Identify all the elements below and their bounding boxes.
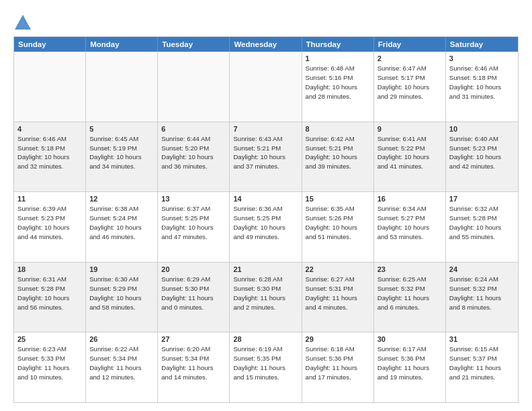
day-cell-23: 23Sunrise: 6:25 AMSunset: 5:32 PMDayligh… [374, 263, 446, 332]
day-number: 22 [306, 265, 370, 273]
week-row-2: 4Sunrise: 6:46 AMSunset: 5:18 PMDaylight… [14, 122, 518, 192]
day-number: 26 [89, 335, 154, 343]
day-cell-16: 16Sunrise: 6:34 AMSunset: 5:27 PMDayligh… [374, 192, 446, 262]
day-info: Sunrise: 6:38 AMSunset: 5:24 PMDaylight:… [89, 204, 154, 242]
day-cell-22: 22Sunrise: 6:27 AMSunset: 5:31 PMDayligh… [302, 263, 374, 332]
day-cell-3: 3Sunrise: 6:46 AMSunset: 5:18 PMDaylight… [446, 52, 518, 122]
day-info: Sunrise: 6:34 AMSunset: 5:27 PMDaylight:… [378, 204, 442, 242]
day-number: 24 [449, 265, 515, 273]
day-cell-8: 8Sunrise: 6:42 AMSunset: 5:21 PMDaylight… [302, 122, 374, 192]
day-cell-26: 26Sunrise: 6:22 AMSunset: 5:34 PMDayligh… [86, 332, 158, 402]
header-day-monday: Monday [86, 37, 158, 52]
day-cell-10: 10Sunrise: 6:40 AMSunset: 5:23 PMDayligh… [446, 122, 518, 192]
day-info: Sunrise: 6:43 AMSunset: 5:21 PMDaylight:… [233, 134, 298, 172]
day-info: Sunrise: 6:39 AMSunset: 5:23 PMDaylight:… [17, 204, 82, 242]
day-number: 20 [161, 265, 226, 273]
day-number: 5 [89, 125, 154, 133]
day-number: 4 [17, 125, 82, 133]
day-info: Sunrise: 6:20 AMSunset: 5:34 PMDaylight:… [161, 345, 226, 382]
day-number: 10 [449, 125, 515, 133]
day-number: 12 [89, 195, 154, 203]
day-cell-15: 15Sunrise: 6:35 AMSunset: 5:26 PMDayligh… [302, 192, 374, 262]
calendar-body: 1Sunrise: 6:48 AMSunset: 5:16 PMDaylight… [14, 52, 518, 402]
week-row-5: 25Sunrise: 6:23 AMSunset: 5:33 PMDayligh… [14, 332, 518, 402]
day-number: 29 [306, 335, 370, 343]
week-row-4: 18Sunrise: 6:31 AMSunset: 5:28 PMDayligh… [14, 262, 518, 332]
day-number: 21 [233, 265, 298, 273]
day-info: Sunrise: 6:40 AMSunset: 5:23 PMDaylight:… [449, 134, 515, 172]
calendar: SundayMondayTuesdayWednesdayThursdayFrid… [13, 36, 519, 403]
day-info: Sunrise: 6:48 AMSunset: 5:16 PMDaylight:… [306, 64, 370, 101]
day-cell-6: 6Sunrise: 6:44 AMSunset: 5:20 PMDaylight… [158, 122, 230, 192]
day-cell-25: 25Sunrise: 6:23 AMSunset: 5:33 PMDayligh… [14, 332, 86, 402]
day-cell-7: 7Sunrise: 6:43 AMSunset: 5:21 PMDaylight… [230, 122, 302, 192]
day-info: Sunrise: 6:32 AMSunset: 5:28 PMDaylight:… [449, 204, 515, 242]
day-cell-1: 1Sunrise: 6:48 AMSunset: 5:16 PMDaylight… [302, 52, 374, 122]
day-info: Sunrise: 6:23 AMSunset: 5:33 PMDaylight:… [17, 345, 82, 382]
day-cell-2: 2Sunrise: 6:47 AMSunset: 5:17 PMDaylight… [374, 52, 446, 122]
day-info: Sunrise: 6:25 AMSunset: 5:32 PMDaylight:… [378, 275, 442, 312]
day-info: Sunrise: 6:46 AMSunset: 5:18 PMDaylight:… [449, 64, 515, 101]
day-info: Sunrise: 6:27 AMSunset: 5:31 PMDaylight:… [306, 275, 370, 312]
day-number: 7 [233, 125, 298, 133]
header-day-sunday: Sunday [14, 37, 86, 52]
empty-cell [86, 52, 158, 122]
day-number: 9 [378, 125, 442, 133]
day-number: 16 [378, 195, 442, 203]
day-number: 3 [449, 54, 515, 62]
day-info: Sunrise: 6:46 AMSunset: 5:18 PMDaylight:… [17, 134, 82, 172]
day-number: 11 [17, 195, 82, 203]
day-cell-14: 14Sunrise: 6:36 AMSunset: 5:25 PMDayligh… [230, 192, 302, 262]
day-cell-13: 13Sunrise: 6:37 AMSunset: 5:25 PMDayligh… [158, 192, 230, 262]
day-number: 17 [449, 195, 515, 203]
day-info: Sunrise: 6:15 AMSunset: 5:37 PMDaylight:… [449, 345, 515, 382]
day-number: 23 [378, 265, 442, 273]
day-number: 2 [378, 54, 442, 62]
day-cell-30: 30Sunrise: 6:17 AMSunset: 5:36 PMDayligh… [374, 332, 446, 402]
day-number: 6 [161, 125, 226, 133]
empty-cell [230, 52, 302, 122]
day-cell-9: 9Sunrise: 6:41 AMSunset: 5:22 PMDaylight… [374, 122, 446, 192]
day-cell-5: 5Sunrise: 6:45 AMSunset: 5:19 PMDaylight… [86, 122, 158, 192]
day-number: 28 [233, 335, 298, 343]
week-row-1: 1Sunrise: 6:48 AMSunset: 5:16 PMDaylight… [14, 52, 518, 122]
day-number: 13 [161, 195, 226, 203]
header-day-saturday: Saturday [446, 37, 518, 52]
day-cell-11: 11Sunrise: 6:39 AMSunset: 5:23 PMDayligh… [14, 192, 86, 262]
header-day-tuesday: Tuesday [158, 37, 230, 52]
day-number: 8 [306, 125, 370, 133]
day-cell-19: 19Sunrise: 6:30 AMSunset: 5:29 PMDayligh… [86, 263, 158, 332]
day-cell-29: 29Sunrise: 6:18 AMSunset: 5:36 PMDayligh… [302, 332, 374, 402]
day-info: Sunrise: 6:30 AMSunset: 5:29 PMDaylight:… [89, 275, 154, 312]
day-info: Sunrise: 6:44 AMSunset: 5:20 PMDaylight:… [161, 134, 226, 172]
page: SundayMondayTuesdayWednesdayThursdayFrid… [0, 0, 532, 411]
day-number: 15 [306, 195, 370, 203]
day-info: Sunrise: 6:35 AMSunset: 5:26 PMDaylight:… [306, 204, 370, 242]
day-info: Sunrise: 6:22 AMSunset: 5:34 PMDaylight:… [89, 345, 154, 382]
day-info: Sunrise: 6:36 AMSunset: 5:25 PMDaylight:… [233, 204, 298, 242]
day-number: 30 [378, 335, 442, 343]
day-cell-20: 20Sunrise: 6:29 AMSunset: 5:30 PMDayligh… [158, 263, 230, 332]
day-info: Sunrise: 6:45 AMSunset: 5:19 PMDaylight:… [89, 134, 154, 172]
day-cell-17: 17Sunrise: 6:32 AMSunset: 5:28 PMDayligh… [446, 192, 518, 262]
header-day-wednesday: Wednesday [230, 37, 302, 52]
day-number: 1 [306, 54, 370, 62]
day-info: Sunrise: 6:42 AMSunset: 5:21 PMDaylight:… [306, 134, 370, 172]
day-info: Sunrise: 6:28 AMSunset: 5:30 PMDaylight:… [233, 275, 298, 312]
header-day-friday: Friday [374, 37, 446, 52]
day-info: Sunrise: 6:31 AMSunset: 5:28 PMDaylight:… [17, 275, 82, 312]
day-cell-12: 12Sunrise: 6:38 AMSunset: 5:24 PMDayligh… [86, 192, 158, 262]
day-number: 31 [449, 335, 515, 343]
day-number: 18 [17, 265, 82, 273]
logo-icon [13, 13, 32, 32]
day-number: 27 [161, 335, 226, 343]
day-info: Sunrise: 6:41 AMSunset: 5:22 PMDaylight:… [378, 134, 442, 172]
day-info: Sunrise: 6:37 AMSunset: 5:25 PMDaylight:… [161, 204, 226, 242]
day-cell-18: 18Sunrise: 6:31 AMSunset: 5:28 PMDayligh… [14, 263, 86, 332]
day-info: Sunrise: 6:19 AMSunset: 5:35 PMDaylight:… [233, 345, 298, 382]
day-cell-21: 21Sunrise: 6:28 AMSunset: 5:30 PMDayligh… [230, 263, 302, 332]
day-info: Sunrise: 6:18 AMSunset: 5:36 PMDaylight:… [306, 345, 370, 382]
day-number: 19 [89, 265, 154, 273]
day-cell-28: 28Sunrise: 6:19 AMSunset: 5:35 PMDayligh… [230, 332, 302, 402]
day-info: Sunrise: 6:29 AMSunset: 5:30 PMDaylight:… [161, 275, 226, 312]
